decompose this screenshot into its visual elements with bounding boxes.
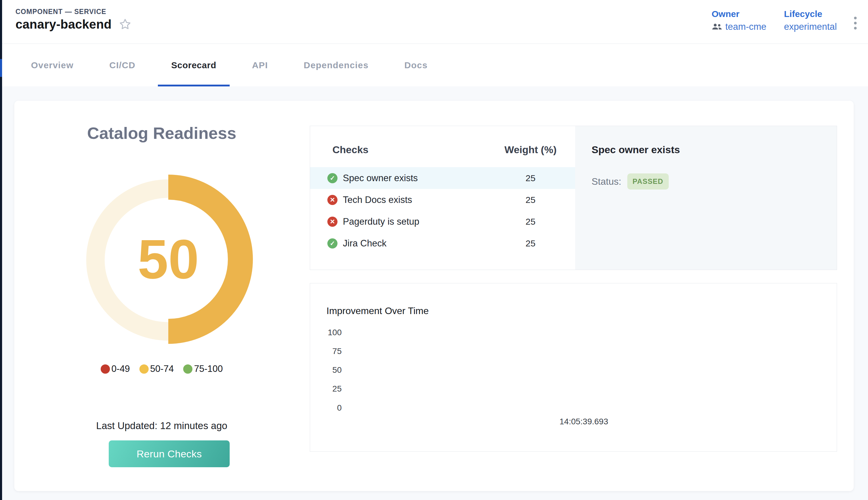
entity-header: COMPONENT — SERVICE canary-backend Owner… — [2, 0, 868, 44]
rerun-checks-button[interactable]: Rerun Checks — [109, 440, 230, 467]
legend-dot-yellow — [139, 364, 149, 374]
lifecycle-value: experimental — [784, 21, 837, 32]
chart-title: Improvement Over Time — [326, 305, 429, 316]
legend-item-high: 75-100 — [183, 364, 223, 374]
y-axis-tick: 25 — [310, 384, 342, 394]
check-failed-icon — [327, 195, 337, 205]
check-passed-icon — [327, 238, 337, 249]
page-title: canary-backend — [15, 17, 112, 32]
checks-panel: Checks Weight (%) Spec owner exists 25 T… — [310, 126, 837, 270]
check-detail-title: Spec owner exists — [592, 144, 820, 156]
tab-dependencies[interactable]: Dependencies — [290, 44, 382, 87]
checks-table: Checks Weight (%) Spec owner exists 25 T… — [310, 126, 575, 270]
tab-cicd[interactable]: CI/CD — [96, 44, 149, 87]
y-axis-tick: 50 — [310, 365, 342, 375]
readiness-gauge: 50 — [82, 173, 255, 346]
favorite-star-icon[interactable] — [118, 18, 132, 31]
status-badge: PASSED — [627, 173, 669, 190]
tab-bar: Overview CI/CD Scorecard API Dependencie… — [2, 44, 868, 87]
last-updated-text: Last Updated: 12 minutes ago — [14, 420, 309, 431]
lifecycle-block: Lifecycle experimental — [784, 9, 837, 32]
weight-column-header: Weight (%) — [501, 144, 560, 156]
left-edge-active-indicator — [0, 59, 2, 77]
tab-overview[interactable]: Overview — [18, 44, 87, 87]
owner-block: Owner team-cme — [711, 9, 766, 32]
scorecard-heading: Catalog Readiness — [14, 123, 309, 143]
owner-link[interactable]: team-cme — [725, 21, 766, 32]
check-passed-icon — [327, 173, 337, 183]
score-legend: 0-49 50-74 75-100 — [14, 364, 309, 374]
legend-item-low: 0-49 — [101, 364, 130, 374]
people-icon — [711, 23, 722, 31]
legend-item-mid: 50-74 — [139, 364, 174, 374]
scorecard-card: Catalog Readiness 50 0-49 50-7 — [14, 101, 854, 491]
legend-dot-red — [101, 364, 110, 374]
tab-scorecard[interactable]: Scorecard — [158, 44, 230, 87]
tab-docs[interactable]: Docs — [391, 44, 441, 87]
readiness-section: Catalog Readiness 50 0-49 50-7 — [14, 101, 309, 491]
checks-column-header: Checks — [333, 144, 369, 156]
x-axis-tick: 14:05:39.693 — [554, 417, 614, 427]
improvement-chart: Improvement Over Time 100 75 50 25 0 14:… — [310, 283, 837, 452]
check-row-spec-owner[interactable]: Spec owner exists 25 — [310, 167, 575, 189]
entity-kind-breadcrumb: COMPONENT — SERVICE — [15, 8, 106, 16]
tab-api[interactable]: API — [239, 44, 281, 87]
scorecard-page: COMPONENT — SERVICE canary-backend Owner… — [0, 0, 868, 500]
check-row-jira[interactable]: Jira Check 25 — [310, 232, 575, 254]
main-content: Catalog Readiness 50 0-49 50-7 — [2, 87, 868, 500]
kebab-menu-icon[interactable] — [853, 15, 858, 31]
check-failed-icon — [327, 217, 337, 227]
y-axis-tick: 100 — [310, 328, 342, 337]
lifecycle-label: Lifecycle — [784, 9, 837, 19]
y-axis-tick: 0 — [310, 403, 342, 413]
y-axis-tick: 75 — [310, 346, 342, 356]
legend-dot-green — [183, 364, 193, 374]
check-row-pagerduty[interactable]: Pagerduty is setup 25 — [310, 211, 575, 232]
check-detail-panel: Spec owner exists Status: PASSED — [575, 126, 837, 270]
owner-label: Owner — [711, 9, 766, 19]
gauge-score-value: 50 — [82, 173, 255, 346]
status-label: Status: — [592, 176, 621, 187]
check-row-tech-docs[interactable]: Tech Docs exists 25 — [310, 189, 575, 211]
